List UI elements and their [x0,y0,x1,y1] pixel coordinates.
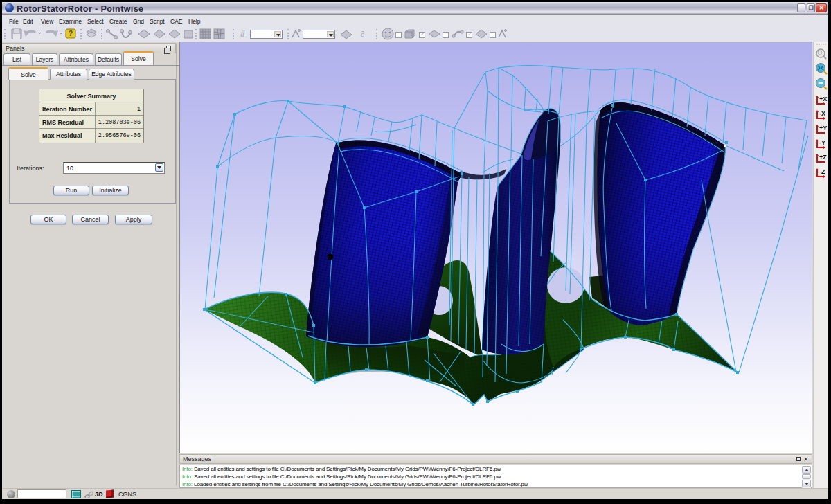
svg-text:-Z: -Z [819,168,825,175]
svg-text:+X: +X [819,96,827,102]
svg-text:-X: -X [819,110,825,117]
svg-text:+Z: +Z [819,154,827,161]
svg-text:+Y: +Y [819,125,827,132]
svg-text:?: ? [69,30,73,37]
svg-text:∂: ∂ [361,30,364,38]
svg-text:#: # [240,29,245,39]
svg-text:-Y: -Y [819,139,825,146]
